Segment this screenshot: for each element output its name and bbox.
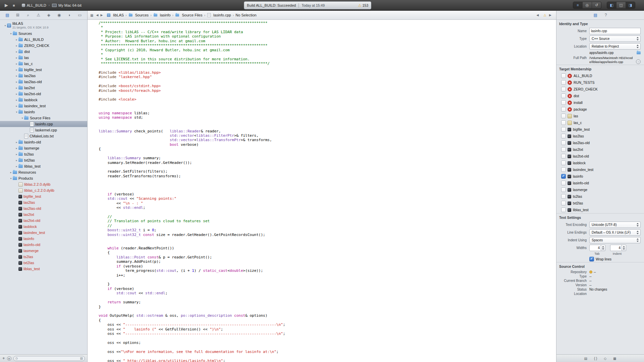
disclosure-triangle[interactable]: ▸ bbox=[15, 80, 18, 83]
tree-item-lasinfo-old[interactable]: ▸lasinfo-old bbox=[0, 139, 87, 145]
disclosure-triangle[interactable]: ▾ bbox=[3, 24, 7, 27]
search-navigator-icon[interactable]: ⌕ bbox=[25, 13, 32, 17]
breadcrumb-item[interactable]: lasinfo bbox=[153, 13, 171, 17]
breadcrumb-item[interactable]: Source Files bbox=[175, 13, 202, 17]
target-checkbox[interactable] bbox=[561, 114, 566, 118]
target-checkbox[interactable] bbox=[561, 94, 566, 98]
tree-item-lasblock[interactable]: ▸lasblock bbox=[0, 97, 87, 103]
disclosure-triangle[interactable]: ▸ bbox=[9, 171, 13, 174]
text-encoding-popup[interactable]: Unicode (UTF-8) bbox=[589, 222, 641, 228]
disclosure-triangle[interactable]: ▸ bbox=[15, 153, 18, 156]
target-row-las2txt-old[interactable]: las2txt-old bbox=[556, 153, 644, 160]
object-library-icon[interactable]: ◇ bbox=[604, 357, 606, 360]
target-row-ts2las[interactable]: ts2las bbox=[556, 193, 644, 200]
forward-button[interactable]: ▶ bbox=[100, 13, 103, 17]
target-checkbox[interactable] bbox=[561, 187, 566, 192]
target-checkbox[interactable] bbox=[561, 154, 566, 159]
tree-item-liblas.2.2.0.dylib[interactable]: liblas.2.2.0.dylib bbox=[0, 181, 87, 187]
tree-item-lasindex_test[interactable]: lasindex_test bbox=[0, 230, 87, 236]
target-row-lasmerge[interactable]: lasmerge bbox=[556, 186, 644, 193]
disclosure-triangle[interactable]: ▸ bbox=[15, 105, 18, 108]
tree-item-CMakeLists.txt[interactable]: CMakeLists.txt bbox=[0, 133, 87, 139]
target-row-install[interactable]: install bbox=[556, 99, 644, 106]
breadcrumb-item[interactable]: lasinfo.cpp bbox=[207, 13, 231, 17]
target-checkbox[interactable] bbox=[561, 127, 566, 132]
log-navigator-icon[interactable]: ▭ bbox=[76, 13, 83, 17]
filter-scope-icon[interactable]: ◉ bbox=[7, 356, 11, 361]
disclosure-triangle[interactable]: ▸ bbox=[15, 68, 18, 71]
issue-navigator-icon[interactable]: ⚠ bbox=[35, 13, 42, 17]
media-library-icon[interactable]: ▦ bbox=[613, 357, 616, 360]
target-checkbox[interactable] bbox=[561, 134, 566, 138]
target-checkbox[interactable] bbox=[561, 181, 566, 185]
tree-item-las2txt-old[interactable]: ▸las2txt-old bbox=[0, 91, 87, 97]
add-button[interactable]: + bbox=[2, 355, 5, 362]
target-row-las_c[interactable]: las_c bbox=[556, 119, 644, 126]
wrap-lines-checkbox[interactable] bbox=[589, 257, 594, 261]
tree-item-laskernel.cpp[interactable]: laskernel.cpp bbox=[0, 127, 87, 133]
disclosure-triangle[interactable]: ▸ bbox=[15, 141, 18, 144]
tree-item-lasinfo[interactable]: ▾lasinfo bbox=[0, 109, 87, 115]
tree-item-lasindex_test[interactable]: ▸lasindex_test bbox=[0, 103, 87, 109]
disclosure-triangle[interactable]: ▾ bbox=[9, 32, 13, 35]
file-inspector-tab-icon[interactable]: ▤ bbox=[593, 13, 597, 17]
target-row-liblas_test[interactable]: liblas_test bbox=[556, 206, 644, 213]
name-field[interactable]: lasinfo.cpp bbox=[589, 28, 641, 34]
breakpoint-navigator-icon[interactable]: ◗ bbox=[66, 13, 73, 17]
disclosure-triangle[interactable]: ▾ bbox=[15, 111, 18, 114]
tree-item-bigfile_test[interactable]: ▸bigfile_test bbox=[0, 67, 87, 73]
tree-item-las2las-old[interactable]: las2las-old bbox=[0, 205, 87, 212]
version-editor-button[interactable]: ↺ bbox=[592, 2, 601, 8]
disclosure-triangle[interactable]: ▾ bbox=[9, 177, 13, 180]
scm-status-filter-icon[interactable]: ▤ bbox=[80, 357, 83, 360]
disclosure-triangle[interactable]: ▸ bbox=[15, 86, 18, 89]
target-checkbox[interactable] bbox=[561, 140, 566, 145]
breadcrumb-item[interactable]: libLAS bbox=[107, 13, 124, 17]
recent-files-icon[interactable]: ◷ bbox=[15, 357, 18, 360]
warning-badge[interactable]: ⚠ 153 bbox=[358, 3, 368, 8]
target-checkbox[interactable] bbox=[561, 80, 566, 85]
project-navigator-icon[interactable]: ▤ bbox=[4, 13, 11, 17]
target-row-las[interactable]: las bbox=[556, 113, 644, 119]
symbol-navigator-icon[interactable]: ⊞ bbox=[14, 13, 21, 17]
tree-item-Resources[interactable]: ▸Resources bbox=[0, 169, 87, 175]
tree-item-las2txt[interactable]: las2txt bbox=[0, 212, 87, 218]
disclosure-triangle[interactable]: ▸ bbox=[15, 44, 18, 47]
disclosure-triangle[interactable]: ▸ bbox=[15, 62, 18, 65]
tree-item-ts2las[interactable]: ts2las bbox=[0, 254, 87, 260]
reveal-arrow-icon[interactable]: → bbox=[636, 59, 641, 64]
tree-item-liblas_test[interactable]: liblas_test bbox=[0, 266, 87, 272]
scheme-selector[interactable]: ALL_BUILD › My Mac 64-bit bbox=[22, 3, 82, 7]
tree-item-lasmerge[interactable]: lasmerge bbox=[0, 248, 87, 254]
tree-item-lasinfo-old[interactable]: lasinfo-old bbox=[0, 242, 87, 248]
tree-item-las2las-old[interactable]: ▸las2las-old bbox=[0, 79, 87, 85]
tree-item-txt2las[interactable]: txt2las bbox=[0, 260, 87, 266]
disclosure-triangle[interactable]: ▸ bbox=[15, 38, 18, 41]
target-row-package[interactable]: package bbox=[556, 106, 644, 113]
debug-area-toggle-button[interactable]: ◫ bbox=[616, 2, 626, 8]
related-items-icon[interactable]: ▦ bbox=[90, 13, 93, 17]
disclosure-triangle[interactable]: ▸ bbox=[15, 74, 18, 77]
target-checkbox[interactable] bbox=[561, 161, 566, 165]
tree-item-dist[interactable]: ▸dist bbox=[0, 49, 87, 55]
target-row-lasindex_test[interactable]: lasindex_test bbox=[556, 166, 644, 173]
tree-item-ALL_BUILD[interactable]: ▸ALL_BUILD bbox=[0, 37, 87, 43]
target-checkbox[interactable] bbox=[561, 147, 566, 152]
run-button[interactable]: ▶ bbox=[5, 3, 8, 8]
breadcrumb-item[interactable]: Sources bbox=[128, 13, 149, 17]
target-row-ZERO_CHECK[interactable]: ZERO_CHECK bbox=[556, 86, 644, 93]
tree-item-txt2las[interactable]: ▸txt2las bbox=[0, 157, 87, 163]
debug-navigator-icon[interactable]: ◉ bbox=[56, 13, 62, 17]
tree-item-Source Files[interactable]: ▾Source Files bbox=[0, 115, 87, 121]
back-button[interactable]: ◀ bbox=[96, 13, 98, 17]
disclosure-triangle[interactable]: ▸ bbox=[15, 147, 18, 150]
target-checkbox[interactable] bbox=[561, 167, 566, 172]
tree-item-Sources[interactable]: ▾Sources bbox=[0, 31, 87, 37]
folder-icon[interactable] bbox=[637, 51, 641, 54]
tree-item-las_c[interactable]: ▸las_c bbox=[0, 61, 87, 67]
tree-item-bigfile_test[interactable]: bigfile_test bbox=[0, 193, 87, 199]
test-navigator-icon[interactable]: ◈ bbox=[45, 13, 52, 17]
disclosure-triangle[interactable]: ▸ bbox=[15, 165, 18, 168]
target-row-las2las[interactable]: las2las bbox=[556, 133, 644, 139]
next-issue-button[interactable]: ▶ bbox=[549, 13, 551, 17]
